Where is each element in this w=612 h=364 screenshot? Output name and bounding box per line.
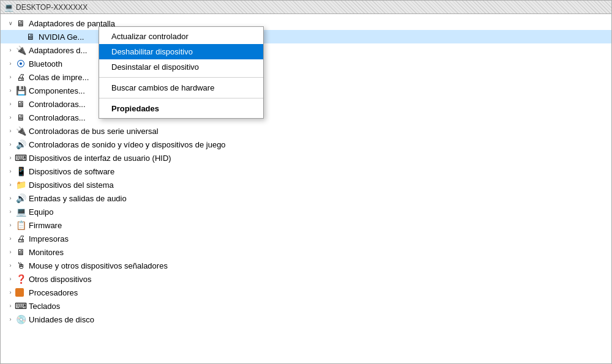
tree-item-unidades[interactable]: › 💿 Unidades de disco (1, 313, 611, 326)
chevron-right-icon: › (6, 247, 15, 257)
tree-item-teclados[interactable]: › ⌨ Teclados (1, 299, 611, 313)
equipo-icon: 💻 (15, 207, 26, 217)
chevron-right-icon: › (6, 193, 15, 203)
procesadores-label: Procesadores (29, 288, 78, 297)
chevron-right-icon: › (6, 126, 15, 136)
otros-label: Otros dispositivos (29, 275, 92, 284)
firmware-label: Firmware (29, 221, 62, 230)
tree-item-procesadores[interactable]: › Procesadores (1, 286, 611, 299)
tree-item-ctrl-bus[interactable]: › 🔌 Controladoras de bus serie universal (1, 124, 611, 138)
firmware-icon: 📋 (15, 220, 26, 230)
impresoras-icon: 🖨 (15, 234, 26, 243)
ctrl1-icon: 🖥 (15, 99, 26, 109)
colas-label: Colas de impre... (29, 73, 89, 82)
otros-icon: ❓ (15, 274, 26, 284)
chevron-right-icon: › (6, 234, 15, 243)
context-menu: Actualizar controlador Deshabilitar disp… (99, 26, 264, 119)
ctx-properties[interactable]: Propiedades (99, 101, 263, 116)
tree-item-ctrl1[interactable]: › 🖥 Controladoras... (1, 97, 611, 111)
mouse-label: Mouse y otros dispositivos señaladores (29, 261, 168, 270)
bluetooth-icon: ⦿ (15, 59, 26, 69)
unidades-label: Unidades de disco (29, 315, 94, 324)
device-tree[interactable]: ∨ 🖥 Adaptadores de pantalla 🖥 NVIDIA Ge.… (1, 14, 611, 363)
chevron-right-icon: › (6, 72, 15, 82)
tree-item-mouse[interactable]: › 🖱 Mouse y otros dispositivos señalador… (1, 259, 611, 272)
audio-label: Entradas y salidas de audio (29, 194, 127, 203)
software-icon: 📱 (15, 166, 26, 176)
chevron-right-icon: › (6, 261, 15, 270)
tree-item-adaptadores-d[interactable]: › 🔌 Adaptadores d... (1, 43, 611, 57)
chevron-right-icon: › (6, 99, 15, 109)
unidades-icon: 💿 (15, 314, 26, 324)
printer-icon: 🖨 (15, 72, 26, 82)
monitores-icon: 🖥 (15, 247, 26, 257)
chevron-right-icon: › (6, 139, 15, 149)
chevron-right-icon: › (6, 153, 15, 163)
procesadores-icon (15, 288, 24, 297)
header-bar: 💻 DESKTOP-XXXXXXX (1, 1, 611, 14)
tree-item-otros[interactable]: › ❓ Otros dispositivos (1, 272, 611, 286)
tree-item-ctrl2[interactable]: › 🖥 Controladoras... (1, 111, 611, 124)
chevron-right-icon: › (6, 220, 15, 230)
impresoras-label: Impresoras (29, 234, 69, 243)
tree-item-equipo[interactable]: › 💻 Equipo (1, 205, 611, 218)
tree-item-monitores[interactable]: › 🖥 Monitores (1, 245, 611, 259)
chevron-right-icon (15, 32, 25, 42)
adaptadores-d-label: Adaptadores d... (29, 46, 87, 55)
tree-item-audio[interactable]: › 🔊 Entradas y salidas de audio (1, 191, 611, 205)
ctx-uninstall[interactable]: Desinstalar el dispositivo (99, 59, 263, 75)
tree-item-ctrl-sonido[interactable]: › 🔊 Controladoras de sonido y vídeo y di… (1, 138, 611, 151)
device-manager-window: 💻 DESKTOP-XXXXXXX ∨ 🖥 Adaptadores de pan… (0, 0, 612, 364)
equipo-label: Equipo (29, 207, 53, 217)
ctx-scan[interactable]: Buscar cambios de hardware (99, 80, 263, 95)
chevron-right-icon: › (6, 180, 15, 190)
chevron-right-icon: › (6, 207, 15, 217)
tree-item-software[interactable]: › 📱 Dispositivos de software (1, 165, 611, 178)
ctx-update[interactable]: Actualizar controlador (99, 29, 263, 44)
bluetooth-label: Bluetooth (29, 59, 62, 69)
componentes-icon: 💾 (15, 86, 26, 95)
ctrl1-label: Controladoras... (29, 100, 86, 109)
tree-item-colas[interactable]: › 🖨 Colas de impre... (1, 70, 611, 84)
pc-icon: 💻 (4, 3, 13, 12)
ctrl2-icon: 🖥 (15, 113, 26, 122)
chevron-right-icon: › (6, 59, 15, 69)
tree-item-nvidia[interactable]: 🖥 NVIDIA Ge... (1, 30, 611, 43)
chevron-right-icon: › (6, 166, 15, 176)
chevron-right-icon: › (6, 314, 15, 324)
monitores-label: Monitores (29, 248, 64, 257)
tree-item-sistema[interactable]: › 📁 Dispositivos del sistema (1, 178, 611, 191)
ctx-separator-2 (99, 98, 263, 98)
nvidia-icon: 🖥 (25, 32, 36, 42)
chevron-right-icon: › (6, 86, 15, 95)
tree-item-hid[interactable]: › ⌨ Dispositivos de interfaz de usuario … (1, 151, 611, 165)
audio-icon: 🔊 (15, 193, 26, 203)
nvidia-label: NVIDIA Ge... (39, 32, 84, 42)
hid-label: Dispositivos de interfaz de usuario (HID… (29, 154, 171, 163)
sistema-icon: 📁 (15, 180, 26, 190)
monitor-icon: 🖥 (15, 18, 26, 28)
teclados-icon: ⌨ (15, 301, 26, 311)
chevron-right-icon: › (6, 288, 15, 297)
ctrl-sonido-icon: 🔊 (15, 139, 26, 149)
ctx-disable[interactable]: Deshabilitar dispositivo (99, 44, 263, 59)
chevron-right-icon: › (6, 113, 15, 122)
tree-item-componentes[interactable]: › 💾 Componentes... (1, 84, 611, 97)
main-content: ∨ 🖥 Adaptadores de pantalla 🖥 NVIDIA Ge.… (1, 14, 611, 363)
tree-item-bluetooth[interactable]: › ⦿ Bluetooth (1, 57, 611, 70)
software-label: Dispositivos de software (29, 167, 114, 176)
tree-item-firmware[interactable]: › 📋 Firmware (1, 218, 611, 232)
chevron-down-icon: ∨ (6, 18, 15, 28)
header-title: DESKTOP-XXXXXXX (16, 3, 88, 12)
hid-icon: ⌨ (15, 153, 26, 163)
mouse-icon: 🖱 (15, 261, 26, 270)
ctx-separator (99, 77, 263, 78)
ctrl2-label: Controladoras... (29, 113, 86, 122)
ctrl-bus-label: Controladoras de bus serie universal (29, 127, 159, 136)
componentes-label: Componentes... (29, 86, 85, 95)
tree-item-adaptadores-pantalla[interactable]: ∨ 🖥 Adaptadores de pantalla (1, 17, 611, 30)
teclados-label: Teclados (29, 302, 60, 311)
ctrl-sonido-label: Controladoras de sonido y vídeo y dispos… (29, 140, 226, 149)
ctrl-bus-icon: 🔌 (15, 126, 26, 136)
tree-item-impresoras[interactable]: › 🖨 Impresoras (1, 232, 611, 245)
